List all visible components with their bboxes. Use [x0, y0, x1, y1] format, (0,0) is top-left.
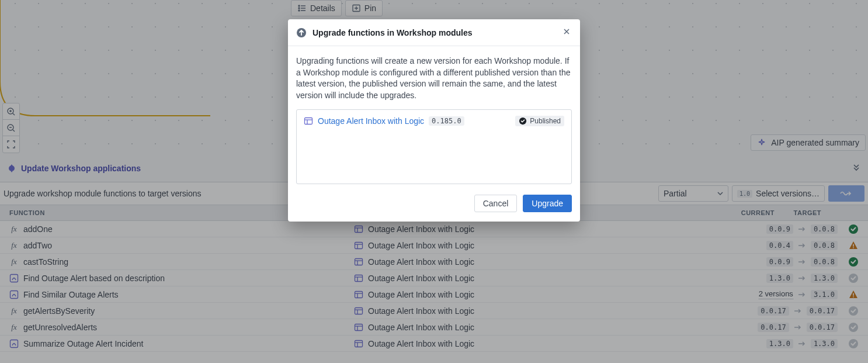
published-label: Published [530, 117, 561, 125]
module-row: Outage Alert Inbox with Logic 0.185.0 Pu… [304, 116, 564, 126]
modal-footer: Cancel Upgrade [288, 195, 580, 222]
upgrade-icon [296, 27, 307, 38]
modal-body: Upgrading functions will create a new ve… [288, 46, 580, 195]
module-icon [304, 116, 313, 126]
modal-header: Upgrade functions in Workshop modules [288, 19, 580, 46]
module-link[interactable]: Outage Alert Inbox with Logic [318, 116, 424, 126]
upgrade-modal: Upgrade functions in Workshop modules Up… [288, 19, 580, 222]
modal-title: Upgrade functions in Workshop modules [313, 28, 473, 37]
module-list: Outage Alert Inbox with Logic 0.185.0 Pu… [296, 109, 572, 184]
modal-description: Upgrading functions will create a new ve… [296, 56, 572, 101]
module-version: 0.185.0 [429, 116, 464, 126]
upgrade-button[interactable]: Upgrade [523, 195, 572, 212]
close-icon [563, 27, 571, 36]
check-circle-icon [519, 117, 527, 125]
published-badge: Published [515, 116, 564, 126]
cancel-button[interactable]: Cancel [474, 195, 518, 212]
modal-close-button[interactable] [561, 26, 572, 39]
modal-overlay[interactable]: Upgrade functions in Workshop modules Up… [0, 0, 868, 363]
svg-rect-52 [305, 118, 313, 125]
